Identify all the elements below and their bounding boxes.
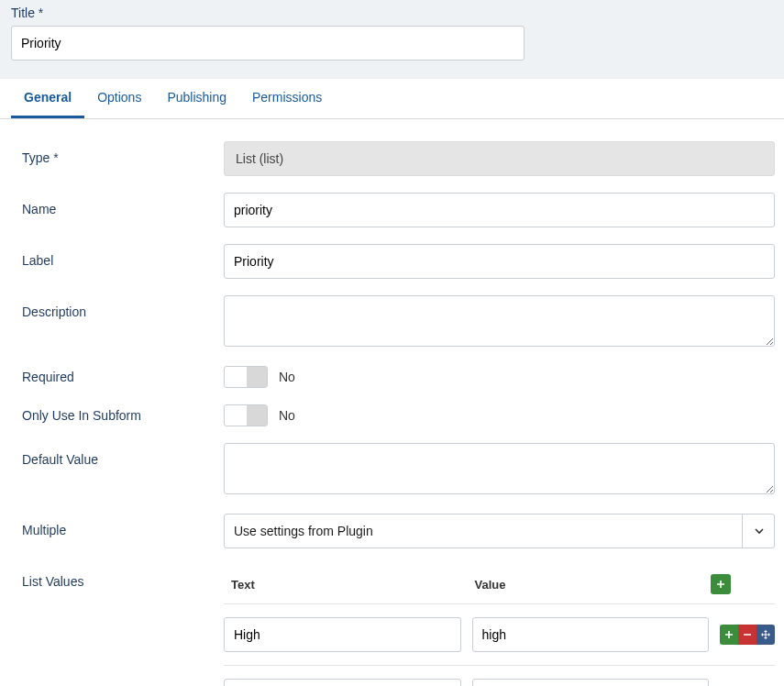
move-icon xyxy=(761,630,770,639)
list-value-input[interactable] xyxy=(472,617,710,652)
list-header-text: Text xyxy=(224,578,468,592)
title-input[interactable] xyxy=(11,26,525,61)
multiple-select[interactable]: Use settings from Plugin xyxy=(224,514,775,548)
list-value-input[interactable] xyxy=(472,679,710,686)
minus-icon xyxy=(743,630,752,639)
list-row xyxy=(224,604,775,666)
add-row-button[interactable] xyxy=(711,574,731,594)
label-input[interactable] xyxy=(224,244,775,279)
required-toggle[interactable] xyxy=(224,366,268,388)
label-type: Type * xyxy=(22,141,224,165)
list-header-value: Value xyxy=(468,578,712,592)
tab-options[interactable]: Options xyxy=(84,79,154,118)
tab-permissions[interactable]: Permissions xyxy=(239,79,335,118)
plus-icon xyxy=(724,630,734,639)
type-field: List (list) xyxy=(224,141,775,176)
list-row xyxy=(224,666,775,686)
label-label: Label xyxy=(22,244,224,268)
name-input[interactable] xyxy=(224,193,775,227)
plus-icon xyxy=(716,580,725,589)
tab-general[interactable]: General xyxy=(11,79,84,118)
tab-publishing[interactable]: Publishing xyxy=(154,79,239,118)
only-subform-value: No xyxy=(279,408,295,423)
row-add-button[interactable] xyxy=(720,625,738,645)
label-required: Required xyxy=(22,366,224,384)
label-list-values: List Values xyxy=(22,565,224,589)
label-name: Name xyxy=(22,193,224,216)
list-text-input[interactable] xyxy=(224,617,461,652)
title-label: Title * xyxy=(11,6,773,20)
label-multiple: Multiple xyxy=(22,514,224,537)
description-textarea[interactable] xyxy=(224,295,775,347)
row-remove-button[interactable] xyxy=(738,625,756,645)
tabs: General Options Publishing Permissions xyxy=(0,79,784,119)
default-value-textarea[interactable] xyxy=(224,443,775,494)
label-default-value: Default Value xyxy=(22,443,224,467)
label-only-subform: Only Use In Subform xyxy=(22,404,224,423)
only-subform-toggle[interactable] xyxy=(224,404,268,426)
list-text-input[interactable] xyxy=(224,679,461,686)
row-move-button[interactable] xyxy=(756,625,775,645)
required-value: No xyxy=(279,370,295,384)
multiple-select-value: Use settings from Plugin xyxy=(234,524,373,538)
label-description: Description xyxy=(22,295,224,319)
